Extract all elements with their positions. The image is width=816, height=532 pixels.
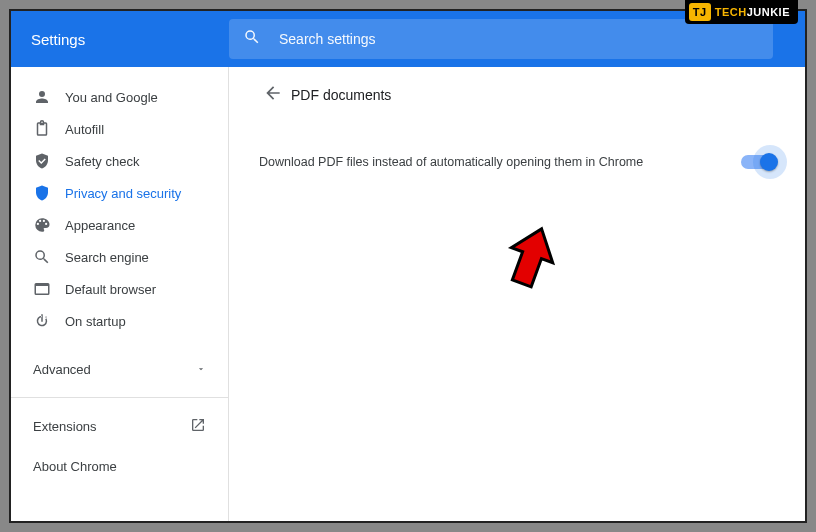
sidebar-item-label: On startup [65,314,126,329]
power-icon [33,312,65,330]
back-button[interactable] [259,81,287,109]
extensions-label: Extensions [33,419,97,434]
toggle-download-pdf[interactable] [741,155,775,169]
sidebar-item-safety-check[interactable]: Safety check [11,145,228,177]
toggle-knob [760,153,778,171]
sidebar-item-you-and-google[interactable]: You and Google [11,81,228,113]
sidebar-item-default-browser[interactable]: Default browser [11,273,228,305]
advanced-label: Advanced [33,362,91,377]
sidebar-item-label: Safety check [65,154,139,169]
page-title: PDF documents [291,87,391,103]
chevron-down-icon [196,362,206,377]
open-external-icon [190,417,206,436]
sidebar-item-about-chrome[interactable]: About Chrome [11,446,228,486]
search-input[interactable] [279,31,759,47]
watermark-badge: TJ TECHJUNKIE [685,0,798,24]
sidebar-item-label: Appearance [65,218,135,233]
page-header: PDF documents [229,67,805,123]
sidebar-item-label: Autofill [65,122,104,137]
brand-badge-icon: TJ [689,3,711,21]
shield-check-icon [33,152,65,170]
sidebar-item-label: Default browser [65,282,156,297]
about-label: About Chrome [33,459,117,474]
sidebar-item-appearance[interactable]: Appearance [11,209,228,241]
palette-icon [33,216,65,234]
sidebar-item-on-startup[interactable]: On startup [11,305,228,337]
search-icon [33,248,65,266]
brand-text-1: TECH [715,6,747,18]
clipboard-icon [33,120,65,138]
sidebar-item-autofill[interactable]: Autofill [11,113,228,145]
search-icon [243,28,279,50]
person-icon [33,88,65,106]
sidebar-item-search-engine[interactable]: Search engine [11,241,228,273]
window-frame: Settings You and Google Autofill [0,0,816,532]
search-box[interactable] [229,19,773,59]
sidebar-item-label: Search engine [65,250,149,265]
shield-icon [33,184,65,202]
header-title: Settings [31,31,229,48]
sidebar-item-privacy-and-security[interactable]: Privacy and security [11,177,228,209]
advanced-toggle[interactable]: Advanced [11,349,228,389]
annotation-arrow-icon [503,223,559,293]
sidebar: You and Google Autofill Safety check Pri… [11,67,229,521]
sidebar-item-label: You and Google [65,90,158,105]
app-window: Settings You and Google Autofill [9,9,807,523]
setting-row-download-pdf: Download PDF files instead of automatica… [229,155,805,169]
setting-label: Download PDF files instead of automatica… [259,155,643,169]
browser-icon [33,280,65,298]
sidebar-item-label: Privacy and security [65,186,181,201]
sidebar-item-extensions[interactable]: Extensions [11,406,228,446]
content-area: PDF documents Download PDF files instead… [229,67,805,521]
arrow-back-icon [263,83,283,107]
brand-text-2: JUNKIE [747,6,790,18]
divider [11,397,228,398]
